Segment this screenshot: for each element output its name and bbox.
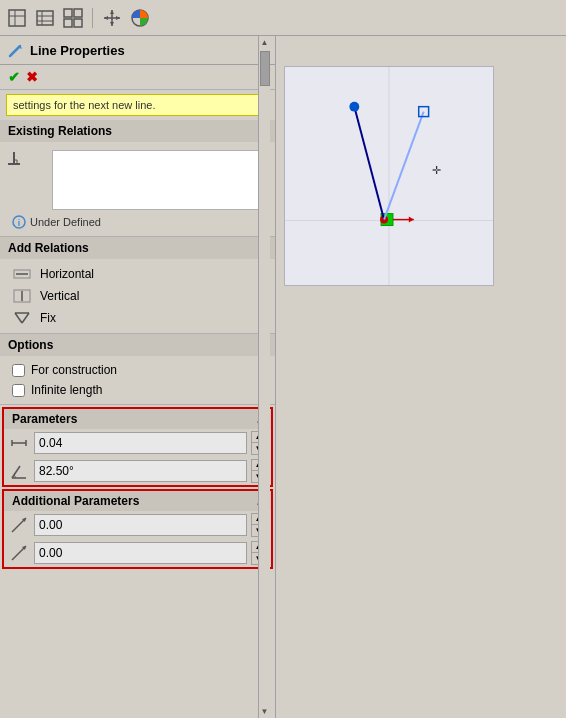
add-relations-section: Add Relations ∧ Horizontal xyxy=(0,237,275,334)
relation-fix[interactable]: Fix xyxy=(6,307,269,329)
vertical-icon xyxy=(12,288,32,304)
additional-parameters-label: Additional Parameters xyxy=(12,494,139,508)
vertical-label: Vertical xyxy=(40,289,79,303)
toolbar xyxy=(0,0,566,36)
options-label: Options xyxy=(8,338,53,352)
canvas-area: ✛ xyxy=(284,66,494,286)
panel-title: Line Properties xyxy=(30,43,259,58)
existing-relations-section: Existing Relations ∧ xyxy=(0,120,275,237)
svg-rect-8 xyxy=(74,9,82,17)
for-construction-option[interactable]: For construction xyxy=(6,360,269,380)
panel-header: Line Properties ? xyxy=(0,36,275,65)
svg-marker-16 xyxy=(116,16,120,20)
param-angle-input[interactable] xyxy=(34,460,247,482)
fix-icon xyxy=(12,310,32,326)
x-coord-icon xyxy=(8,514,30,536)
svg-rect-10 xyxy=(74,19,82,27)
left-panel: Line Properties ? ✔ ✖ settings for the n… xyxy=(0,36,275,718)
relation-vertical[interactable]: Vertical xyxy=(6,285,269,307)
list-icon[interactable] xyxy=(34,7,56,29)
svg-text:✛: ✛ xyxy=(431,164,440,176)
svg-point-50 xyxy=(349,102,359,112)
svg-marker-15 xyxy=(104,16,108,20)
canvas-svg: ✛ xyxy=(285,67,493,285)
fix-label: Fix xyxy=(40,311,56,325)
tree-icon[interactable] xyxy=(62,7,84,29)
additional-parameters-section: Additional Parameters ∧ ▲ xyxy=(2,489,273,569)
toolbar-separator xyxy=(92,8,93,28)
relations-box xyxy=(52,150,265,210)
infinite-length-label: Infinite length xyxy=(31,383,102,397)
param-x-input[interactable] xyxy=(34,514,247,536)
existing-relations-header[interactable]: Existing Relations ∧ xyxy=(0,120,275,142)
scroll-down-arrow[interactable]: ▼ xyxy=(259,705,271,718)
confirm-button[interactable]: ✔ xyxy=(8,69,20,85)
svg-rect-7 xyxy=(64,9,72,17)
svg-rect-9 xyxy=(64,19,72,27)
info-icon: i xyxy=(12,215,26,229)
under-defined: i Under Defined xyxy=(6,212,269,232)
horizontal-icon xyxy=(12,266,32,282)
main-area: Line Properties ? ✔ ✖ settings for the n… xyxy=(0,36,566,718)
add-relations-header[interactable]: Add Relations ∧ xyxy=(0,237,275,259)
svg-line-18 xyxy=(10,46,20,56)
parameters-section: Parameters ∧ xyxy=(2,407,273,487)
relation-horizontal[interactable]: Horizontal xyxy=(6,263,269,285)
param-length-wrap xyxy=(34,432,247,454)
existing-relations-label: Existing Relations xyxy=(8,124,112,138)
options-header[interactable]: Options ∧ xyxy=(0,334,275,356)
svg-rect-3 xyxy=(37,11,53,25)
param-row-y: ▲ ▼ xyxy=(4,539,271,567)
infinite-length-checkbox[interactable] xyxy=(12,384,25,397)
add-relations-label: Add Relations xyxy=(8,241,89,255)
param-length-input[interactable] xyxy=(34,432,247,454)
scrollbar[interactable]: ▲ ▼ xyxy=(258,36,270,718)
y-coord-icon xyxy=(8,542,30,564)
svg-marker-14 xyxy=(110,22,114,26)
perpendicular-icon xyxy=(6,146,22,173)
infinite-length-option[interactable]: Infinite length xyxy=(6,380,269,400)
scroll-up-arrow[interactable]: ▲ xyxy=(259,36,271,49)
param-row-angle: ▲ ▼ xyxy=(4,457,271,485)
svg-rect-0 xyxy=(9,10,25,26)
param-y-wrap xyxy=(34,542,247,564)
param-y-input[interactable] xyxy=(34,542,247,564)
svg-line-30 xyxy=(15,313,22,323)
color-icon[interactable] xyxy=(129,7,151,29)
svg-text:i: i xyxy=(18,218,21,228)
angle-icon xyxy=(8,460,30,482)
info-text: settings for the next new line. xyxy=(13,99,155,111)
svg-line-37 xyxy=(12,466,20,478)
scroll-thumb[interactable] xyxy=(260,51,270,86)
horizontal-label: Horizontal xyxy=(40,267,94,281)
sketch-icon[interactable] xyxy=(6,7,28,29)
pencil-icon xyxy=(8,42,24,58)
length-icon xyxy=(8,432,30,454)
parameters-header[interactable]: Parameters ∧ xyxy=(4,409,271,429)
param-x-wrap xyxy=(34,514,247,536)
parameters-label: Parameters xyxy=(12,412,77,426)
options-content: For construction Infinite length xyxy=(0,356,275,404)
move-icon[interactable] xyxy=(101,7,123,29)
param-row-x: ▲ ▼ xyxy=(4,511,271,539)
under-defined-label: Under Defined xyxy=(30,216,101,228)
svg-marker-13 xyxy=(110,10,114,14)
existing-relations-content: i Under Defined xyxy=(0,142,275,236)
info-box: settings for the next new line. xyxy=(6,94,269,116)
right-panel: ✛ xyxy=(276,36,567,718)
param-angle-wrap xyxy=(34,460,247,482)
add-relations-content: Horizontal Vertical xyxy=(0,259,275,333)
left-panel-wrap: Line Properties ? ✔ ✖ settings for the n… xyxy=(0,36,276,718)
svg-line-31 xyxy=(22,313,29,323)
action-row: ✔ ✖ xyxy=(0,65,275,90)
param-row-length: ▲ ▼ xyxy=(4,429,271,457)
cancel-button[interactable]: ✖ xyxy=(26,69,38,85)
additional-parameters-header[interactable]: Additional Parameters ∧ xyxy=(4,491,271,511)
for-construction-label: For construction xyxy=(31,363,117,377)
for-construction-checkbox[interactable] xyxy=(12,364,25,377)
options-section: Options ∧ For construction Infinite leng… xyxy=(0,334,275,405)
